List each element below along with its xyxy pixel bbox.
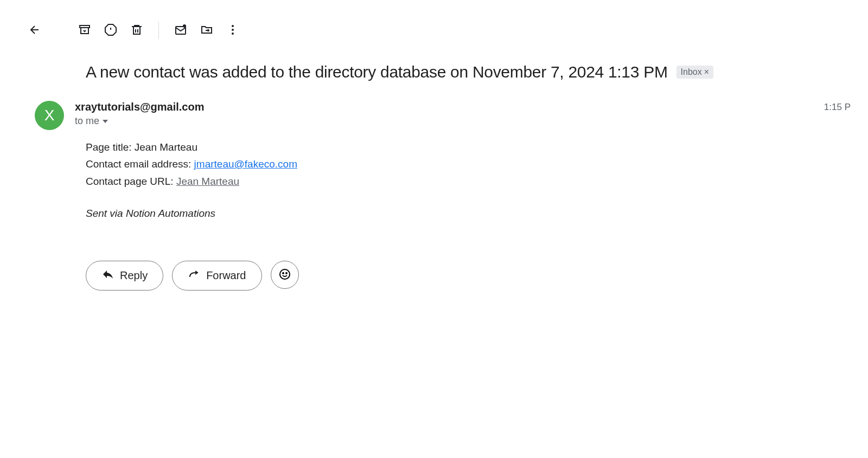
contact-email-line: Contact email address: jmarteau@fakeco.c… [86, 156, 851, 172]
contact-url-line: Contact page URL: Jean Marteau [86, 173, 851, 190]
contact-email-link[interactable]: jmarteau@fakeco.com [194, 158, 297, 170]
action-buttons: Reply Forward [11, 239, 868, 308]
move-to-button[interactable] [196, 20, 218, 41]
mail-unread-icon [174, 23, 187, 38]
sender-avatar[interactable]: X [35, 101, 64, 130]
email-body: Page title: Jean Marteau Contact email a… [11, 137, 868, 239]
forward-label: Forward [206, 269, 246, 282]
svg-point-3 [232, 25, 234, 27]
add-reaction-button[interactable] [271, 261, 299, 289]
mark-unread-button[interactable] [170, 20, 192, 41]
svg-point-2 [183, 25, 186, 27]
svg-rect-0 [80, 25, 90, 28]
close-label-icon: × [704, 67, 709, 77]
contact-email-label: Contact email address: [86, 158, 194, 170]
subject-row: A new contact was added to the directory… [11, 50, 868, 86]
reply-label: Reply [120, 269, 148, 282]
forward-button[interactable]: Forward [172, 261, 261, 291]
page-title-line: Page title: Jean Marteau [86, 139, 851, 156]
toolbar [11, 11, 868, 50]
contact-url-link[interactable]: Jean Marteau [176, 176, 239, 187]
reply-icon [101, 268, 114, 283]
svg-point-5 [232, 33, 234, 35]
chevron-down-icon [103, 120, 108, 123]
folder-move-icon [200, 23, 213, 38]
report-spam-button[interactable] [100, 20, 122, 41]
archive-icon [78, 23, 91, 38]
svg-point-4 [232, 29, 234, 31]
trash-icon [130, 23, 143, 38]
back-button[interactable] [24, 20, 46, 41]
arrow-left-icon [28, 23, 41, 38]
contact-url-label: Contact page URL: [86, 176, 176, 187]
svg-point-6 [280, 269, 290, 279]
sender-info: xraytutorials@gmail.com to me [75, 101, 813, 130]
more-options-button[interactable] [222, 20, 244, 41]
more-vertical-icon [226, 23, 239, 38]
forward-icon [188, 268, 201, 283]
avatar-initial: X [44, 107, 55, 124]
page-title-label: Page title: [86, 141, 135, 153]
delete-button[interactable] [126, 20, 148, 41]
email-timestamp: 1:15 P [824, 102, 851, 130]
inbox-label[interactable]: Inbox × [676, 66, 713, 79]
sender-email: xraytutorials@gmail.com [75, 101, 813, 113]
recipient-label: to me [75, 115, 99, 127]
emoji-icon [278, 268, 291, 282]
email-header: X xraytutorials@gmail.com to me 1:15 P [11, 86, 868, 137]
toolbar-divider [158, 22, 159, 39]
email-subject: A new contact was added to the directory… [86, 63, 668, 81]
page-title-value: Jean Marteau [135, 141, 197, 153]
svg-point-7 [283, 273, 284, 274]
spam-icon [104, 23, 117, 38]
svg-point-8 [286, 273, 287, 274]
reply-button[interactable]: Reply [86, 261, 163, 291]
recipient-row[interactable]: to me [75, 115, 813, 127]
archive-button[interactable] [74, 20, 95, 41]
email-container: A new contact was added to the directory… [11, 11, 868, 458]
email-signature: Sent via Notion Automations [86, 205, 851, 222]
inbox-label-text: Inbox [681, 67, 702, 77]
